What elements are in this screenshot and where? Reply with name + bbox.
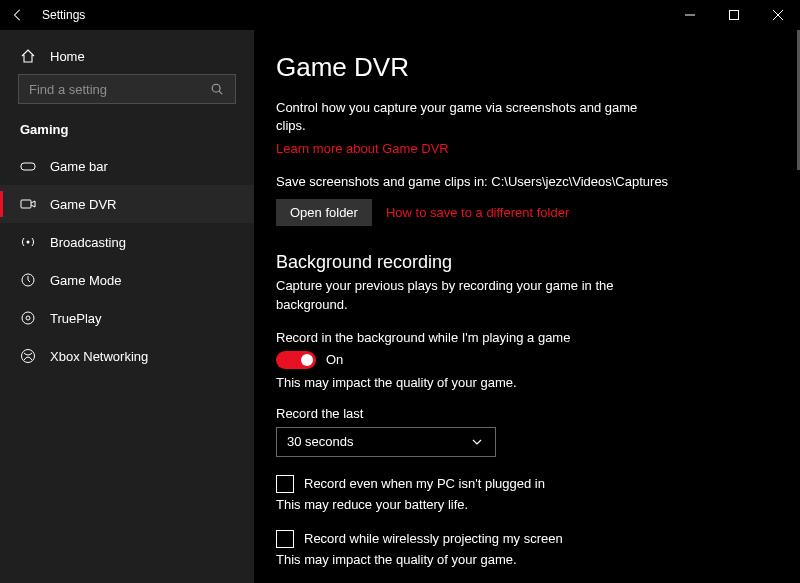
chevron-down-icon <box>469 434 485 450</box>
svg-point-10 <box>22 350 35 363</box>
dvr-icon <box>20 196 36 212</box>
search-input[interactable]: Find a setting <box>18 74 236 104</box>
sidebar-item-game-mode[interactable]: Game Mode <box>0 261 254 299</box>
open-folder-button[interactable]: Open folder <box>276 199 372 226</box>
background-recording-desc: Capture your previous plays by recording… <box>276 277 636 313</box>
sidebar-item-trueplay[interactable]: TruePlay <box>0 299 254 337</box>
svg-point-8 <box>22 312 34 324</box>
sidebar-item-label: Game bar <box>50 159 108 174</box>
record-wireless-hint: This may impact the quality of your game… <box>276 552 770 567</box>
xbox-icon <box>20 348 36 364</box>
sidebar-home-label: Home <box>50 49 85 64</box>
record-last-select[interactable]: 30 seconds <box>276 427 496 457</box>
learn-more-link[interactable]: Learn more about Game DVR <box>276 141 449 156</box>
record-unplugged-checkbox[interactable] <box>276 475 294 493</box>
svg-rect-5 <box>21 200 31 208</box>
svg-point-2 <box>212 84 220 92</box>
search-icon <box>209 81 225 97</box>
window-title: Settings <box>42 8 85 22</box>
save-path-label: Save screenshots and game clips in: C:\U… <box>276 174 770 189</box>
record-wireless-checkbox[interactable] <box>276 530 294 548</box>
titlebar: Settings <box>0 0 800 30</box>
content-pane[interactable]: Game DVR Control how you capture your ga… <box>254 30 800 583</box>
sidebar: Home Find a setting Gaming Game bar <box>0 30 254 583</box>
sidebar-item-label: Game DVR <box>50 197 116 212</box>
svg-line-3 <box>219 91 222 94</box>
gamemode-icon <box>20 272 36 288</box>
maximize-button[interactable] <box>712 0 756 30</box>
sidebar-item-game-bar[interactable]: Game bar <box>0 147 254 185</box>
sidebar-item-label: Xbox Networking <box>50 349 148 364</box>
minimize-button[interactable] <box>668 0 712 30</box>
sidebar-item-game-dvr[interactable]: Game DVR <box>0 185 254 223</box>
bg-toggle[interactable] <box>276 351 316 369</box>
background-recording-heading: Background recording <box>276 252 770 273</box>
gamebar-icon <box>20 158 36 174</box>
svg-rect-1 <box>730 11 739 20</box>
page-title: Game DVR <box>276 52 770 83</box>
sidebar-item-broadcasting[interactable]: Broadcasting <box>0 223 254 261</box>
record-unplugged-label: Record even when my PC isn't plugged in <box>304 476 545 491</box>
sidebar-group-label: Gaming <box>0 114 254 147</box>
home-icon <box>20 48 36 64</box>
sidebar-item-label: Game Mode <box>50 273 122 288</box>
record-wireless-label: Record while wirelessly projecting my sc… <box>304 531 563 546</box>
how-to-save-link[interactable]: How to save to a different folder <box>386 205 569 220</box>
svg-point-6 <box>27 241 30 244</box>
sidebar-home[interactable]: Home <box>0 38 254 74</box>
bg-toggle-state: On <box>326 352 343 367</box>
search-placeholder: Find a setting <box>29 82 107 97</box>
bg-toggle-hint: This may impact the quality of your game… <box>276 375 770 390</box>
sidebar-item-label: Broadcasting <box>50 235 126 250</box>
record-last-label: Record the last <box>276 406 770 421</box>
broadcast-icon <box>20 234 36 250</box>
sidebar-item-label: TruePlay <box>50 311 102 326</box>
page-description: Control how you capture your game via sc… <box>276 99 646 135</box>
bg-toggle-label: Record in the background while I'm playi… <box>276 330 770 345</box>
sidebar-item-xbox-networking[interactable]: Xbox Networking <box>0 337 254 375</box>
trueplay-icon <box>20 310 36 326</box>
record-unplugged-hint: This may reduce your battery life. <box>276 497 770 512</box>
back-button[interactable] <box>0 8 36 22</box>
settings-window: Settings Home Find a setting <box>0 0 800 583</box>
record-last-value: 30 seconds <box>287 434 354 449</box>
svg-rect-4 <box>21 163 35 170</box>
svg-point-9 <box>26 316 30 320</box>
close-button[interactable] <box>756 0 800 30</box>
